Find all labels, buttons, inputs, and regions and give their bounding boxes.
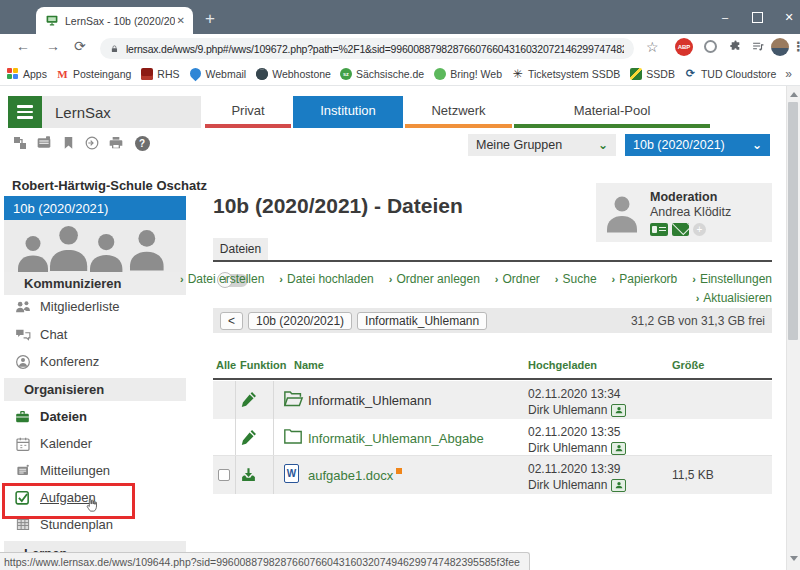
col-hochgeladen[interactable]: Hochgeladen [528,359,597,371]
bookmark-ssdb[interactable]: SSDB [629,67,675,80]
annotation-highlight-box [2,483,135,519]
bookmark-label: Bring! Web [450,68,502,80]
new-tab-button[interactable]: + [205,8,215,30]
school-link[interactable]: Robert-Härtwig-Schule Oschatz [12,178,207,193]
page-scrollbar-thumb[interactable] [788,102,798,340]
browser-menu-icon[interactable]: ⋮ [792,39,800,54]
address-bar[interactable]: lernsax.de/wws/9.php#/wws/109672.php?pat… [100,38,634,59]
tab-institution[interactable]: Institution [293,96,403,128]
bookmark-tud-cloudstore[interactable]: ⟳ TUD Cloudstore [684,67,776,80]
sidebar-item-mitteilungen[interactable]: Mitteilungen [4,457,186,484]
scrollbar-down-arrow[interactable] [790,556,798,561]
bookmark-posteingang[interactable]: M Posteingang [56,67,131,80]
bookmark-saechsische[interactable]: sz Sächsische.de [340,68,424,80]
table-header-line [213,378,772,380]
sidebar-item-kalender[interactable]: Kalender [4,430,186,457]
action-papierkorb[interactable]: ›Papierkorb [612,272,678,286]
group-filter-select[interactable]: Meine Gruppen ⌄ [468,134,616,156]
edit-pencil-icon[interactable] [240,429,258,447]
breadcrumb-root[interactable]: 10b (2020/2021) [248,312,352,330]
playlist-extension-icon[interactable] [751,40,765,53]
brand[interactable]: LernSax [42,96,201,128]
notes-icon[interactable] [34,133,54,153]
file-name[interactable]: Informatik_Uhlemann [308,393,432,408]
content-tab-dateien[interactable]: Dateien [213,238,268,260]
files-briefcase-icon [14,408,31,425]
window-close-button[interactable]: ✕ [774,0,800,34]
folder-icon[interactable] [283,427,304,448]
print-icon[interactable] [106,133,126,153]
user-badge-icon[interactable] [611,479,626,492]
bookmark-rhs[interactable]: RHS [140,67,179,80]
group-select[interactable]: 10b (2020/2021) ⌄ [625,134,770,156]
workspaces-icon[interactable] [10,133,30,153]
forward-button[interactable]: → [46,38,60,54]
action-datei-hochladen[interactable]: ›Datei hochladen [279,272,373,286]
file-name[interactable]: Informatik_Uhlemann_Abgabe [308,431,484,446]
column-separator [235,456,236,494]
action-suche[interactable]: ›Suche [555,272,597,286]
download-icon[interactable] [240,466,258,484]
column-separator [273,419,274,455]
sidebar-item-label: Stundenplan [40,517,113,532]
col-funktion[interactable]: Funktion [240,359,286,371]
bookmarks-overflow-button[interactable]: » [785,67,792,81]
folder-open-icon[interactable] [283,389,304,410]
col-name[interactable]: Name [294,359,324,371]
bookmark-webhostone[interactable]: Webhostone [255,67,331,80]
sidebar-item-dateien[interactable]: Dateien [4,403,186,430]
sidebar-item-konferenz[interactable]: Konferenz [4,348,186,375]
mail-icon[interactable] [672,223,689,236]
sidebar-group-selected[interactable]: 10b (2020/2021) [4,196,186,220]
window-maximize-button[interactable] [742,0,772,34]
logout-icon[interactable] [82,133,102,153]
help-icon[interactable]: ? [132,133,152,153]
window-minimize-button[interactable]: – [710,0,740,34]
tab-close-icon[interactable]: ✕ [175,15,187,26]
user-badge-icon[interactable] [611,404,626,417]
breadcrumb-folder[interactable]: Informatik_Uhlemann [357,312,487,330]
back-button[interactable]: ← [16,38,30,54]
sidebar-item-mitgliederliste[interactable]: Mitgliederliste [4,293,186,320]
action-aktualisieren[interactable]: ›Aktualisieren [696,291,772,305]
breadcrumb-back-button[interactable]: < [220,312,243,330]
reload-button[interactable]: ⟳ [74,38,86,54]
browser-tab[interactable]: LernSax - 10b (2020/2021) - Date ✕ [36,7,193,34]
action-ordner-anlegen[interactable]: ›Ordner anlegen [389,272,480,286]
circle-extension-icon[interactable] [704,40,717,53]
action-datei-erstellen[interactable]: ›Datei erstellen [180,272,264,286]
add-contact-icon[interactable]: + [693,223,706,236]
menu-hamburger-button[interactable] [8,96,42,128]
row-checkbox[interactable] [218,469,230,481]
group-avatar[interactable] [4,220,186,273]
extensions-puzzle-icon[interactable] [729,40,742,53]
action-einstellungen[interactable]: ›Einstellungen [692,272,772,286]
sidebar-item-chat[interactable]: Chat [4,321,186,348]
sync-circle-icon: ⟳ [684,67,697,80]
action-ordner[interactable]: ›Ordner [495,272,540,286]
tab-material-pool[interactable]: Material-Pool [514,96,710,128]
profile-avatar[interactable] [771,38,789,56]
col-groesse[interactable]: Größe [672,359,704,371]
edit-pencil-icon[interactable] [240,391,258,409]
bookmark-star-icon[interactable]: ☆ [646,39,659,55]
file-name[interactable]: aufgabe1.docx [308,468,402,483]
bookmark-bring[interactable]: Bring! Web [433,67,502,80]
file-actions-row: ›Datei erstellen ›Datei hochladen ›Ordne… [250,272,772,286]
column-separator [235,381,236,419]
group-filter-value: Meine Gruppen [476,138,562,152]
id-card-icon[interactable] [650,223,668,236]
tab-privat[interactable]: Privat [205,96,291,128]
bookmark-flag-icon[interactable] [58,133,78,153]
word-doc-icon[interactable]: W [284,464,299,483]
user-badge-icon[interactable] [611,442,626,455]
col-alle[interactable]: Alle [216,359,236,371]
tab-netzwerk[interactable]: Netzwerk [405,96,512,128]
globe-icon [255,67,268,80]
scrollbar-up-arrow[interactable] [790,92,798,97]
bookmark-ticketsystem[interactable]: ✳ Ticketsystem SSDB [511,67,620,80]
bookmark-apps[interactable]: Apps [6,67,47,80]
bookmark-webmail[interactable]: Webmail [189,67,247,80]
adblock-extension-icon[interactable]: ABP [675,38,693,56]
sidebar-item-label: Dateien [40,409,87,424]
